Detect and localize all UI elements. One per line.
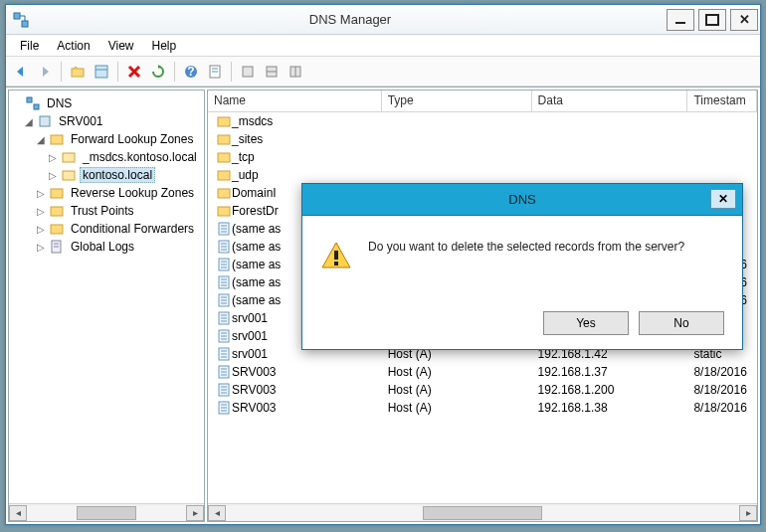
refresh-button[interactable] bbox=[147, 61, 169, 83]
maximize-button[interactable] bbox=[698, 9, 726, 31]
cell-data bbox=[532, 120, 688, 122]
column-header-type[interactable]: Type bbox=[382, 90, 532, 111]
cell-type bbox=[382, 156, 532, 158]
cell-name: (same as bbox=[232, 293, 281, 307]
tree-zone-msdcs[interactable]: ▷ _msdcs.kontoso.local bbox=[11, 148, 202, 166]
cell-type: Host (A) bbox=[382, 382, 532, 398]
tree-label: Forward Lookup Zones bbox=[68, 131, 196, 147]
scroll-track[interactable] bbox=[226, 506, 739, 520]
tree-label: Conditional Forwarders bbox=[68, 221, 197, 237]
minimize-button[interactable] bbox=[667, 9, 694, 31]
close-button[interactable]: ✕ bbox=[730, 9, 758, 31]
cell-type bbox=[382, 138, 532, 140]
svg-rect-0 bbox=[14, 13, 20, 19]
tree-global-logs[interactable]: ▷ Global Logs bbox=[11, 238, 202, 256]
list-hscroll[interactable]: ◂ ▸ bbox=[208, 503, 757, 521]
expand-icon[interactable]: ▷ bbox=[47, 151, 59, 163]
svg-rect-23 bbox=[51, 189, 63, 198]
dialog-titlebar: DNS ✕ bbox=[302, 184, 742, 216]
list-row[interactable]: SRV003Host (A)192.168.1.378/18/2016 bbox=[208, 363, 757, 381]
list-row[interactable]: _udp bbox=[208, 166, 757, 184]
yes-button[interactable]: Yes bbox=[543, 311, 629, 335]
delete-button[interactable] bbox=[123, 61, 145, 83]
expand-icon[interactable]: ▷ bbox=[35, 223, 47, 235]
tree-hscroll[interactable]: ◂ ▸ bbox=[9, 503, 204, 521]
menu-action[interactable]: Action bbox=[49, 37, 97, 55]
column-header-ts[interactable]: Timestam bbox=[687, 90, 757, 111]
column-header-data[interactable]: Data bbox=[532, 90, 688, 111]
expand-icon[interactable]: ▷ bbox=[35, 241, 47, 253]
warning-icon bbox=[320, 240, 352, 271]
view-button-3[interactable] bbox=[285, 61, 306, 83]
svg-rect-5 bbox=[96, 66, 107, 78]
scroll-thumb[interactable] bbox=[77, 506, 136, 520]
list-row[interactable]: SRV003Host (A)192.168.1.388/18/2016 bbox=[208, 399, 757, 417]
scroll-right-icon[interactable]: ▸ bbox=[186, 505, 204, 521]
svg-rect-80 bbox=[334, 262, 338, 266]
tree-rlz[interactable]: ▷ Reverse Lookup Zones bbox=[11, 184, 202, 202]
collapse-icon[interactable]: ◢ bbox=[23, 115, 35, 127]
cell-data: 192.168.1.200 bbox=[532, 382, 688, 398]
cell-ts bbox=[687, 138, 757, 140]
forward-button[interactable] bbox=[34, 61, 56, 83]
expand-icon[interactable] bbox=[11, 97, 23, 109]
scroll-thumb[interactable] bbox=[423, 506, 542, 520]
expand-icon[interactable]: ▷ bbox=[35, 187, 47, 199]
up-folder-button[interactable] bbox=[67, 61, 89, 83]
cell-type: Host (A) bbox=[382, 364, 532, 380]
tree-label: _msdcs.kontoso.local bbox=[80, 149, 200, 165]
properties-button[interactable] bbox=[204, 61, 226, 83]
menu-view[interactable]: View bbox=[100, 37, 142, 55]
svg-rect-22 bbox=[63, 171, 75, 180]
scroll-track[interactable] bbox=[27, 506, 186, 520]
cell-name: (same as bbox=[232, 222, 281, 236]
cell-data bbox=[532, 156, 688, 158]
tree-flz[interactable]: ◢ Forward Lookup Zones bbox=[11, 130, 202, 148]
folder-icon bbox=[216, 149, 232, 165]
scroll-left-icon[interactable]: ◂ bbox=[9, 505, 27, 521]
svg-rect-25 bbox=[51, 225, 63, 234]
cell-name: _msdcs bbox=[232, 114, 273, 128]
tree-label: SRV001 bbox=[56, 113, 105, 129]
menu-file[interactable]: File bbox=[12, 37, 47, 55]
dns-icon bbox=[25, 95, 41, 111]
collapse-icon[interactable]: ◢ bbox=[35, 133, 47, 145]
separator-icon bbox=[174, 62, 175, 82]
svg-rect-33 bbox=[218, 189, 230, 198]
scroll-left-icon[interactable]: ◂ bbox=[208, 505, 226, 521]
help-button[interactable]: ? bbox=[180, 61, 202, 83]
cell-name: SRV003 bbox=[232, 365, 276, 379]
expand-icon[interactable]: ▷ bbox=[35, 205, 47, 217]
scroll-right-icon[interactable]: ▸ bbox=[739, 505, 757, 521]
details-pane-button[interactable] bbox=[91, 61, 112, 83]
cell-data: 192.168.1.38 bbox=[532, 400, 688, 416]
dialog-close-button[interactable]: ✕ bbox=[710, 189, 736, 209]
no-button[interactable]: No bbox=[639, 311, 724, 335]
cell-data: 192.168.1.37 bbox=[532, 364, 688, 380]
cell-ts bbox=[687, 156, 757, 158]
tree-root-dns[interactable]: DNS bbox=[11, 94, 202, 112]
column-header-name[interactable]: Name bbox=[208, 90, 382, 111]
tree-trust-points[interactable]: ▷ Trust Points bbox=[11, 202, 202, 220]
back-button[interactable] bbox=[10, 61, 32, 83]
tree-zone-kontoso[interactable]: ▷ kontoso.local bbox=[11, 166, 202, 184]
tree-label: Global Logs bbox=[68, 239, 137, 255]
folder-icon bbox=[216, 167, 232, 183]
list-row[interactable]: _msdcs bbox=[208, 112, 757, 130]
view-button-2[interactable] bbox=[261, 61, 283, 83]
cell-ts bbox=[687, 120, 757, 122]
tree-pane[interactable]: DNS ◢ SRV001 ◢ Forward Lookup Zones ▷ _m… bbox=[8, 89, 205, 522]
tree-cond-forwarders[interactable]: ▷ Conditional Forwarders bbox=[11, 220, 202, 238]
expand-icon[interactable]: ▷ bbox=[47, 169, 59, 181]
list-row[interactable]: _sites bbox=[208, 130, 757, 148]
list-row[interactable]: _tcp bbox=[208, 148, 757, 166]
list-row[interactable]: SRV003Host (A)192.168.1.2008/18/2016 bbox=[208, 381, 757, 399]
tree-server[interactable]: ◢ SRV001 bbox=[11, 112, 202, 130]
menu-help[interactable]: Help bbox=[144, 37, 185, 55]
folder-icon bbox=[49, 203, 65, 219]
view-button-1[interactable] bbox=[237, 61, 259, 83]
record-icon bbox=[216, 274, 232, 290]
cell-name: SRV003 bbox=[232, 383, 276, 397]
cell-name: srv001 bbox=[232, 347, 268, 361]
folder-icon bbox=[216, 113, 232, 129]
